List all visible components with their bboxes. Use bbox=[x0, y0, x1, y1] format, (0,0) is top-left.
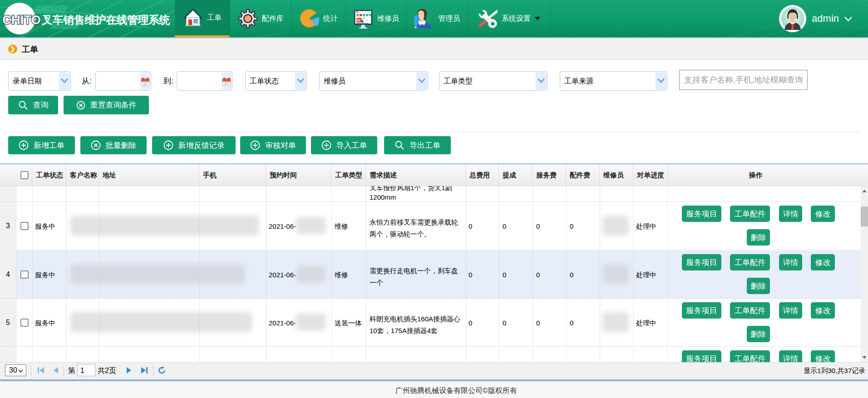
svg-text:CHITO: CHITO bbox=[2, 13, 41, 27]
svg-text:17: 17 bbox=[225, 82, 229, 86]
svg-text:17: 17 bbox=[143, 82, 148, 86]
